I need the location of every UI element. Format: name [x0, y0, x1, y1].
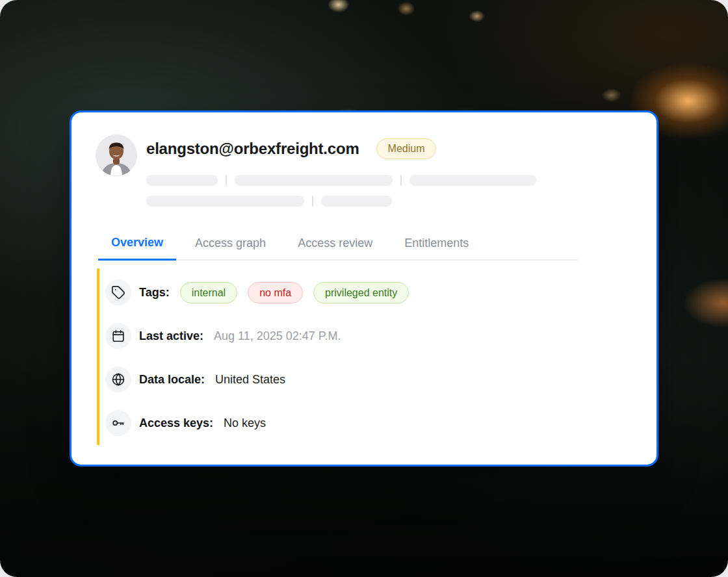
tab-access-review[interactable]: Access review: [285, 229, 385, 259]
tag-pill-privileged-entity: privileged entity: [313, 282, 409, 303]
tags-row: Tags: internal no mfa privileged entity: [105, 279, 630, 305]
skeleton-row-1: [146, 175, 630, 186]
risk-level-badge: Medium: [376, 138, 437, 159]
skeleton-bar: [235, 175, 393, 186]
access-keys-label: Access keys:: [139, 417, 213, 430]
access-keys-row: Access keys: No keys: [105, 410, 630, 436]
data-locale-row: Data locale: United States: [105, 366, 630, 392]
card-header: elangston@orbexfreight.com Medium: [96, 135, 630, 207]
skeleton-bar: [321, 196, 392, 207]
page-title-email: elangston@orbexfreight.com: [146, 140, 359, 158]
calendar-icon: [105, 323, 131, 349]
last-active-label: Last active:: [139, 329, 203, 343]
skeleton-divider: [312, 196, 313, 207]
skeleton-divider: [226, 175, 227, 186]
skeleton-bar: [410, 175, 536, 186]
tab-bar: Overview Access graph Access review Enti…: [98, 229, 578, 261]
tab-entitlements[interactable]: Entitlements: [391, 229, 482, 259]
skeleton-divider: [400, 175, 402, 186]
globe-icon: [105, 366, 131, 392]
last-active-value: Aug 11, 2025 02:47 P.M.: [214, 329, 341, 343]
tag-pill-group: internal no mfa privileged entity: [180, 282, 410, 303]
last-active-row: Last active: Aug 11, 2025 02:47 P.M.: [105, 323, 630, 349]
overview-detail-list: Tags: internal no mfa privileged entity …: [97, 268, 630, 445]
identity-detail-card: elangston@orbexfreight.com Medium: [70, 110, 658, 467]
access-keys-value: No keys: [224, 417, 266, 430]
avatar: [96, 135, 137, 176]
data-locale-label: Data locale:: [139, 373, 205, 387]
header-text-block: elangston@orbexfreight.com Medium: [146, 135, 630, 207]
tag-pill-no-mfa: no mfa: [248, 282, 303, 303]
key-icon: [105, 410, 131, 436]
tab-overview[interactable]: Overview: [98, 229, 176, 261]
data-locale-value: United States: [215, 373, 285, 387]
background-scene: elangston@orbexfreight.com Medium: [0, 0, 728, 577]
skeleton-bar: [146, 175, 218, 186]
tag-icon: [105, 279, 131, 305]
tab-access-graph[interactable]: Access graph: [182, 229, 279, 259]
tags-label: Tags:: [139, 286, 170, 300]
skeleton-row-2: [146, 196, 630, 207]
tag-pill-internal: internal: [180, 282, 237, 303]
skeleton-bar: [146, 196, 304, 207]
